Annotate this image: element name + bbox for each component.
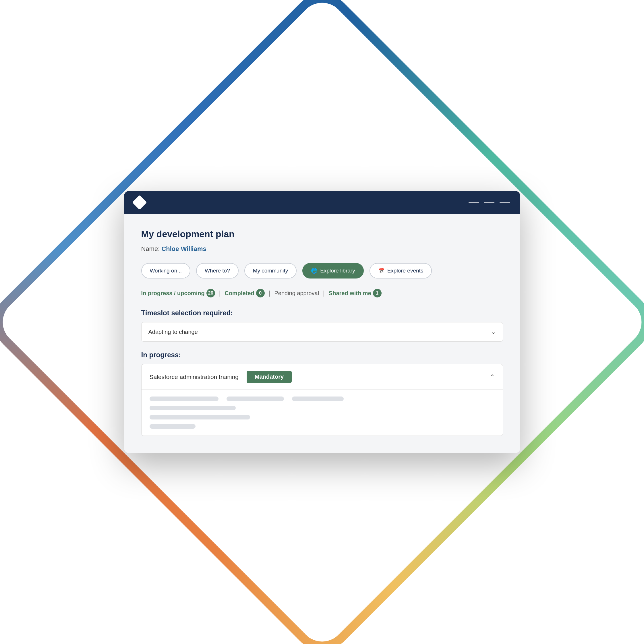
filter-pending[interactable]: Pending approval <box>274 290 319 297</box>
tab-working-on-label: Working on... <box>150 268 182 274</box>
name-value: Chloe Williams <box>161 245 206 252</box>
skeleton-line <box>227 397 284 401</box>
filter-pending-label: Pending approval <box>274 290 319 296</box>
maximize-icon[interactable] <box>484 202 494 203</box>
filter-in-progress-label: In progress / upcoming <box>141 290 205 297</box>
skeleton-row-4 <box>150 424 495 429</box>
tab-explore-library-label: Explore library <box>320 268 355 274</box>
separator-2: | <box>269 289 270 297</box>
tab-explore-events-label: Explore events <box>387 268 423 274</box>
filter-shared-label: Shared with me <box>329 290 371 297</box>
globe-icon: 🌐 <box>311 268 317 274</box>
name-row: Name: Chloe Williams <box>141 245 503 253</box>
filter-completed-label: Completed <box>225 290 254 297</box>
scene: My development plan Name: Chloe Williams… <box>0 0 644 644</box>
tab-where-to[interactable]: Where to? <box>196 263 239 279</box>
nav-tabs: Working on... Where to? My community 🌐 E… <box>141 263 503 279</box>
calendar-icon: 📅 <box>378 268 384 274</box>
skeleton-row-2 <box>150 406 495 410</box>
tab-explore-library[interactable]: 🌐 Explore library <box>302 263 363 279</box>
separator-1: | <box>219 289 221 297</box>
in-progress-item-row: Salesforce administration training Manda… <box>142 364 503 390</box>
shared-badge: 1 <box>373 289 382 297</box>
browser-window: My development plan Name: Chloe Williams… <box>124 191 520 453</box>
chevron-up-icon[interactable]: ⌃ <box>490 373 495 381</box>
skeleton-line <box>150 397 218 401</box>
filter-shared[interactable]: Shared with me 1 <box>329 289 382 297</box>
browser-controls <box>469 202 510 203</box>
tab-explore-events[interactable]: 📅 Explore events <box>370 263 432 279</box>
skeleton-line <box>150 406 236 410</box>
in-progress-heading: In progress: <box>141 351 503 359</box>
timeslot-dropdown[interactable]: Adapting to change ⌄ <box>141 322 503 342</box>
filter-in-progress[interactable]: In progress / upcoming 26 <box>141 289 215 297</box>
tab-where-to-label: Where to? <box>205 268 230 274</box>
in-progress-badge: 26 <box>206 289 215 297</box>
mandatory-badge: Mandatory <box>247 371 292 383</box>
timeslot-heading: Timeslot selection required: <box>141 309 503 317</box>
name-label: Name: <box>141 245 160 252</box>
skeleton-content <box>142 390 503 436</box>
tab-my-community[interactable]: My community <box>244 263 297 279</box>
skeleton-line <box>150 424 196 429</box>
filter-bar: In progress / upcoming 26 | Completed 0 … <box>141 289 503 297</box>
completed-badge: 0 <box>256 289 265 297</box>
separator-3: | <box>323 289 325 297</box>
tab-working-on[interactable]: Working on... <box>141 263 191 279</box>
minimize-icon[interactable] <box>469 202 479 203</box>
timeslot-value: Adapting to change <box>148 329 198 335</box>
tab-my-community-label: My community <box>253 268 288 274</box>
in-progress-item-name: Salesforce administration training <box>150 374 239 380</box>
skeleton-line <box>150 415 250 419</box>
skeleton-line <box>292 397 344 401</box>
skeleton-row-3 <box>150 415 495 419</box>
app-logo-icon <box>132 195 147 210</box>
in-progress-title-row: Salesforce administration training Manda… <box>150 371 292 383</box>
chevron-down-icon: ⌄ <box>491 328 496 336</box>
close-icon[interactable] <box>500 202 510 203</box>
browser-content: My development plan Name: Chloe Williams… <box>124 214 520 453</box>
skeleton-row-1 <box>150 397 495 401</box>
in-progress-section: Salesforce administration training Manda… <box>141 364 503 436</box>
browser-titlebar <box>124 191 520 214</box>
filter-completed[interactable]: Completed 0 <box>225 289 264 297</box>
page-title: My development plan <box>141 229 503 239</box>
